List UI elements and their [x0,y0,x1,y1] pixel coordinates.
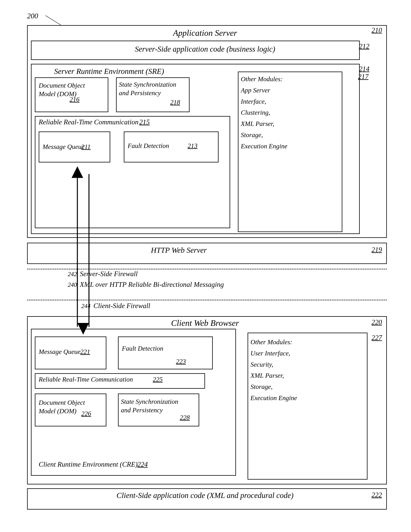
svg-line-0 [46,16,61,25]
other-label-227: Other Modules: User Interface, Security,… [250,336,297,404]
num-224: 224 [137,460,148,468]
num-214: 214 [359,65,369,73]
ref-200: 200 [27,12,38,20]
num-216: 216 [70,96,79,103]
app-server-label: Application Server [16,28,395,38]
num-212: 212 [359,42,369,50]
num-218: 218 [170,99,180,106]
rrtc-label-215: Reliable Real-Time Communication [39,118,138,126]
client-browser-label: Client Web Browser [16,318,395,328]
num-221: 221 [80,348,90,355]
num-222: 222 [372,491,382,499]
state-label-218: State Synchronization and Persistency [119,80,176,97]
http-label: HTTP Web Server [151,246,207,255]
num-223: 223 [176,358,186,365]
num-220: 220 [372,318,382,326]
dom-label-226: Document Object Model (DOM) [39,398,85,415]
sre-label: Server Runtime Environment (SRE) [54,67,164,76]
num-211: 211 [81,143,91,151]
mq-label-211: Message Queue [43,143,84,151]
num-215: 215 [139,118,150,126]
label-210: 210 [372,26,382,34]
num-226: 226 [81,410,91,417]
num-225: 225 [153,376,163,383]
fd-box-223 [118,336,213,369]
label-244: 244 Client-Side Firewall [81,302,150,310]
dashed-line-server-firewall [27,269,387,269]
dashed-line-client-firewall [27,300,387,300]
client-code-label: Client-Side application code (XML and pr… [16,491,395,500]
svg-marker-3 [72,166,83,178]
num-227: 227 [372,333,382,342]
mq-label-221: Message Queue [39,348,80,355]
label-240: 240 XML over HTTP Reliable Bi-directiona… [68,280,224,288]
fd-label-213: Fault Detection [128,142,169,150]
fd-label-223: Fault Detection [122,344,163,353]
num-219: 219 [372,246,382,254]
num-217: 217 [358,73,368,81]
diagram-container: 200 Application Server 210 Server-Side a… [16,12,395,524]
state-label-228: State Synchronization and Persistency [121,397,178,414]
num-213: 213 [188,142,198,150]
other-label-217: Other Modules: App Server Interface, Clu… [241,74,287,152]
rrtc-label-225: Reliable Real-Time Communication [39,376,133,383]
code-label-212: Server-Side application code (business l… [16,45,395,54]
cre-label: Client Runtime Environment (CRE) [39,460,138,468]
label-242: 242 Server-Side Firewall [68,270,138,278]
num-228: 228 [180,414,190,421]
